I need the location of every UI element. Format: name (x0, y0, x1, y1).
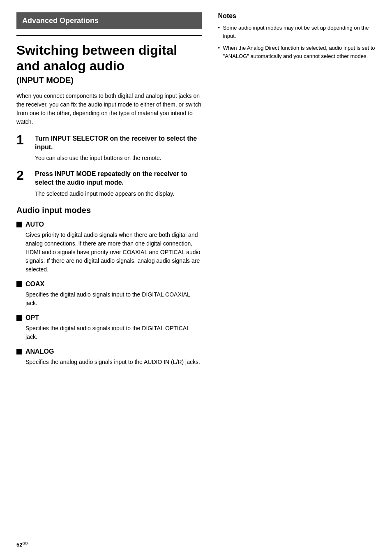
mode-coax-icon (16, 281, 22, 287)
mode-opt-header: OPT (16, 314, 202, 322)
mode-auto-icon (16, 222, 22, 227)
mode-auto-description: Gives priority to digital audio signals … (25, 231, 202, 274)
right-column: Notes Some audio input modes may not be … (210, 12, 376, 373)
intro-text: When you connect components to both digi… (16, 92, 202, 126)
step-2: 2 Press INPUT MODE repeatedly on the rec… (16, 170, 202, 198)
mode-analog-icon (16, 349, 22, 354)
step-2-content: Press INPUT MODE repeatedly on the recei… (35, 170, 202, 198)
step-1: 1 Turn INPUT SELECTOR on the receiver to… (16, 134, 202, 163)
input-mode-subtitle: (INPUT MODE) (16, 76, 202, 85)
content-area: Advanced Operations Switching between di… (16, 12, 376, 373)
step-2-number: 2 (16, 168, 35, 183)
mode-auto-title: AUTO (25, 221, 44, 228)
note-item-1: Some audio input modes may not be set up… (218, 24, 376, 40)
main-title: Switching between digital and analog aud… (16, 42, 202, 74)
mode-auto-header: AUTO (16, 221, 202, 228)
mode-coax: COAX Specifies the digital audio signals… (16, 280, 202, 308)
mode-coax-header: COAX (16, 280, 202, 288)
mode-opt-icon (16, 315, 22, 321)
step-2-instruction: Press INPUT MODE repeatedly on the recei… (35, 170, 202, 187)
left-column: Advanced Operations Switching between di… (16, 12, 210, 373)
divider (16, 35, 202, 36)
mode-analog-title: ANALOG (25, 348, 54, 355)
note-item-2: When the Analog Direct function is selec… (218, 44, 376, 60)
step-1-content: Turn INPUT SELECTOR on the receiver to s… (35, 134, 202, 163)
mode-opt: OPT Specifies the digital audio signals … (16, 314, 202, 341)
mode-auto: AUTO Gives priority to digital audio sig… (16, 221, 202, 274)
mode-opt-title: OPT (25, 314, 39, 322)
audio-input-modes-title: Audio input modes (16, 206, 202, 215)
advanced-ops-text: Advanced Operations (22, 16, 99, 25)
step-1-instruction: Turn INPUT SELECTOR on the receiver to s… (35, 134, 202, 152)
mode-analog-header: ANALOG (16, 348, 202, 355)
step-1-number: 1 (16, 133, 35, 147)
page-number: 52GB (16, 541, 28, 548)
mode-coax-title: COAX (25, 280, 44, 288)
mode-analog: ANALOG Specifies the analog audio signal… (16, 348, 202, 366)
notes-list: Some audio input modes may not be set up… (218, 24, 376, 60)
page: Advanced Operations Switching between di… (0, 0, 392, 556)
mode-coax-description: Specifies the digital audio signals inpu… (25, 290, 202, 308)
mode-analog-description: Specifies the analog audio signals input… (25, 358, 202, 366)
mode-opt-description: Specifies the digital audio signals inpu… (25, 324, 202, 341)
step-1-description: You can also use the input buttons on th… (35, 154, 202, 162)
advanced-ops-banner: Advanced Operations (16, 12, 202, 29)
step-2-description: The selected audio input mode appears on… (35, 190, 202, 198)
notes-title: Notes (218, 12, 376, 20)
